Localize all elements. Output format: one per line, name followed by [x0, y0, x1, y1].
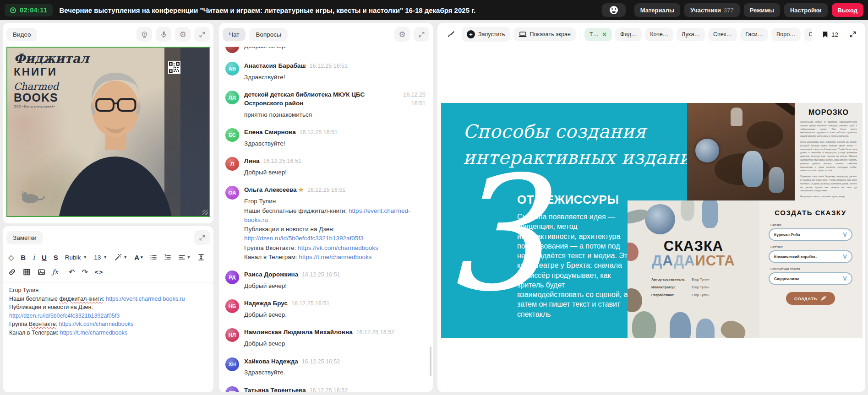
notes-expand-button[interactable] — [194, 230, 210, 245]
text-link[interactable]: https://event.charmed-books.ru — [106, 296, 185, 302]
exit-button[interactable]: Выход — [832, 3, 863, 17]
gear-icon: ⚙ — [179, 31, 186, 38]
tab-chat[interactable]: Чат — [223, 28, 246, 41]
presentation-slide[interactable]: Способы создания интерактивных изданий 3… — [441, 103, 863, 338]
video-resize-handle[interactable] — [202, 210, 208, 215]
materials-button[interactable]: Материалы — [634, 3, 680, 17]
eraser-icon[interactable]: ◇ — [8, 253, 14, 262]
morozko-paragraph: Жила-была семья в далёком промышленном г… — [800, 120, 857, 138]
reactions-button[interactable] — [602, 3, 626, 17]
align-button[interactable]: ▼ — [178, 254, 191, 261]
file-tab-active[interactable]: Т…✕ — [584, 28, 612, 41]
align-icon — [178, 254, 186, 261]
text-link[interactable]: https://vk.com/charmedbooks — [298, 244, 378, 251]
video-settings-button[interactable]: ⚙ — [175, 27, 191, 42]
chat-message: Добрый вечер! — [225, 47, 426, 57]
font-size-select[interactable]: 13▼ — [94, 254, 107, 261]
notes-line: Публикации и новости на Дзен: — [9, 303, 207, 312]
chevron-down-icon: V — [843, 232, 847, 238]
star-icon: ★ — [298, 186, 304, 193]
numbered-list-button[interactable] — [164, 254, 171, 261]
insert-image-button[interactable] — [38, 268, 45, 276]
chat-settings-button[interactable]: ⚙ — [394, 27, 410, 42]
draw-button[interactable] — [443, 27, 459, 42]
create-tale-form: СОЗДАТЬ СКАЗКУ СказкаКурочка РябаVСеттин… — [759, 200, 863, 338]
skazka-collage: СКАЗКА ДАДАИСТА Автор-составитель:Егор Т… — [628, 200, 759, 338]
message-text: Добрый вечер! — [244, 281, 426, 291]
chat-message: НЛНамлинская Людмила Михайловна16.12.25 … — [225, 324, 426, 352]
field-select[interactable]: Космический корабльV — [769, 250, 852, 263]
undo-icon[interactable]: ↶ — [69, 268, 75, 276]
text-link[interactable]: https://t.me/charmedbooks — [60, 330, 127, 336]
message-author: детской детская библиотека МКУК ЦБС Остр… — [244, 91, 394, 108]
message-text: Добрый вечер! — [244, 168, 426, 177]
strikethrough-button[interactable]: S — [54, 254, 58, 261]
text-color-button[interactable]: A▾ — [134, 254, 142, 261]
launch-button[interactable]: + Запустить — [462, 27, 510, 42]
message-author: Ольга Алексеева ★ — [244, 186, 304, 195]
notes-panel-label[interactable]: Заметки — [6, 231, 43, 244]
file-tab[interactable]: Гаси… — [740, 28, 768, 41]
chat-scrollbar[interactable] — [430, 346, 431, 376]
insert-table-button[interactable] — [23, 268, 31, 276]
chat-expand-button[interactable] — [414, 27, 429, 42]
chat-message-list[interactable]: Добрый вечер!АБАнастасия Барабаш16.12.25… — [219, 47, 433, 392]
insert-link-button[interactable] — [8, 268, 16, 276]
code-button[interactable]: <> — [95, 269, 104, 276]
file-tab[interactable]: Спех… — [708, 28, 737, 41]
field-select[interactable]: Курочка РябаV — [769, 228, 852, 241]
notes-line: http://dzen.ru/id/5b0efc4fc3321b1392af05… — [9, 312, 207, 320]
font-family-select[interactable]: Rubik▼ — [65, 254, 87, 261]
microphone-button[interactable] — [156, 27, 171, 42]
share-screen-button[interactable]: Показать экран — [513, 27, 576, 41]
close-icon[interactable]: ✕ — [602, 31, 607, 38]
tab-questions[interactable]: Вопросы — [249, 28, 287, 41]
slide-body-text: Сначала появляется идея — концепция, мет… — [517, 212, 632, 319]
chevron-down-icon: ▼ — [103, 255, 107, 260]
line-height-button[interactable] — [197, 254, 205, 261]
participants-button[interactable]: Участники 377 — [684, 3, 740, 17]
avatar — [225, 47, 239, 53]
morozko-paragraph: На улице стояла страшная стужа, ветер... — [800, 195, 857, 199]
morozko-title: МОРОЗКО — [800, 108, 857, 117]
redo-icon[interactable]: ↷ — [82, 268, 87, 276]
file-tab[interactable]: Фид… — [615, 28, 642, 41]
file-tab[interactable]: Воро… — [771, 28, 801, 41]
magic-wand-button[interactable]: ▼ — [114, 254, 127, 261]
bold-button[interactable]: B — [21, 254, 26, 261]
modes-button[interactable]: Режимы — [744, 3, 780, 17]
message-timestamp: 16.12.25 16:52 — [310, 387, 348, 392]
text-link[interactable]: https://vk.com/charmedbooks — [59, 321, 134, 327]
notes-content[interactable]: Егор ТулинНаши бесплатные фиджитал-книги… — [3, 286, 213, 337]
message-timestamp: 16.12.25 16:51 — [310, 63, 348, 69]
image-icon — [38, 268, 45, 276]
bullet-list-button[interactable] — [150, 254, 157, 261]
create-button[interactable]: СОЗДАТЬ — [786, 292, 835, 305]
field-select[interactable]: СюрреализмV — [769, 272, 852, 285]
settings-button[interactable]: Настройки — [784, 3, 828, 17]
webcam-video[interactable]: Фиджитал КНИГИ Charmed BOOKS ООО «Книга … — [6, 47, 210, 217]
text-link[interactable]: http://dzen.ru/id/5b0efc4fc3321b1392af05… — [244, 235, 363, 242]
italic-button[interactable]: i — [33, 253, 35, 261]
text-link[interactable]: https://t.me/charmedbooks — [299, 254, 372, 260]
formula-button[interactable]: ƒx — [52, 268, 58, 276]
camera-button[interactable] — [136, 27, 152, 42]
recording-timer: 02:04:11 — [5, 4, 53, 16]
message-text: приятно познакомиться — [244, 110, 426, 119]
bookmarks-button[interactable]: 12 — [819, 28, 842, 41]
underline-button[interactable]: U — [42, 254, 47, 261]
file-tab[interactable]: Коче… — [645, 28, 673, 41]
expand-icon — [418, 31, 425, 38]
video-panel-label[interactable]: Видео — [6, 28, 37, 41]
file-tab[interactable]: Лука… — [677, 28, 705, 41]
link-icon — [8, 268, 16, 276]
video-expand-button[interactable] — [194, 27, 210, 42]
text-link[interactable]: http://dzen.ru/id/5b0efc4fc3321b1392af05… — [9, 313, 120, 319]
file-tab[interactable]: Орло… — [804, 28, 812, 41]
message-timestamp: 16.12.25 16:51 — [300, 129, 338, 135]
form-title: СОЗДАТЬ СКАЗКУ — [769, 209, 852, 216]
message-author: Татьяна Терентьева — [244, 386, 306, 392]
content-expand-button[interactable] — [845, 27, 861, 42]
topbar-actions: Материалы Участники 377 Режимы Настройки… — [602, 3, 863, 17]
chat-message: НБНадежда Брус16.12.25 16:51Добрый вечер… — [225, 295, 426, 324]
